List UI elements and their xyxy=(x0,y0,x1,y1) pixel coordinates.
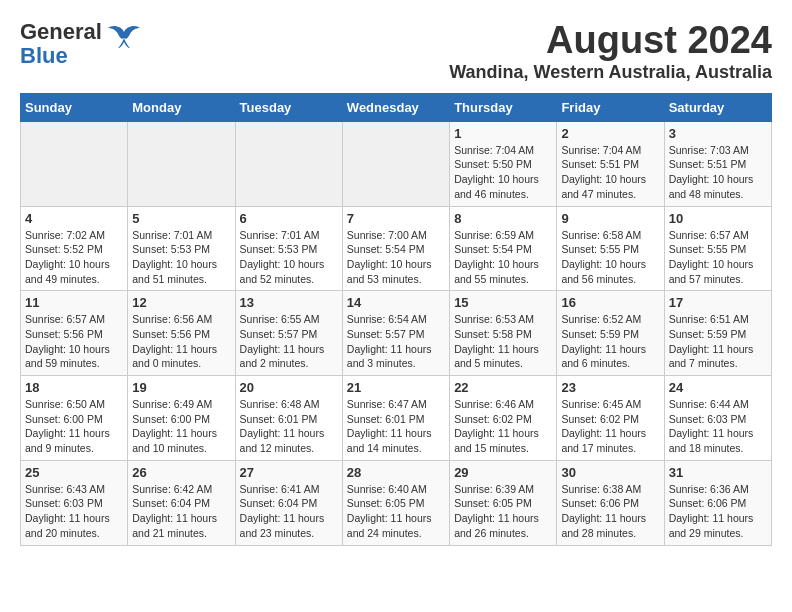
calendar-cell: 26Sunrise: 6:42 AM Sunset: 6:04 PM Dayli… xyxy=(128,460,235,545)
day-number: 28 xyxy=(347,465,445,480)
calendar-title: August 2024 xyxy=(449,20,772,62)
header-day-monday: Monday xyxy=(128,93,235,121)
logo: General Blue xyxy=(20,20,142,68)
calendar-cell: 7Sunrise: 7:00 AM Sunset: 5:54 PM Daylig… xyxy=(342,206,449,291)
day-detail: Sunrise: 7:01 AM Sunset: 5:53 PM Dayligh… xyxy=(132,228,230,287)
day-number: 17 xyxy=(669,295,767,310)
day-detail: Sunrise: 6:45 AM Sunset: 6:02 PM Dayligh… xyxy=(561,397,659,456)
day-detail: Sunrise: 6:53 AM Sunset: 5:58 PM Dayligh… xyxy=(454,312,552,371)
header-day-wednesday: Wednesday xyxy=(342,93,449,121)
header-day-saturday: Saturday xyxy=(664,93,771,121)
calendar-week-2: 4Sunrise: 7:02 AM Sunset: 5:52 PM Daylig… xyxy=(21,206,772,291)
day-number: 14 xyxy=(347,295,445,310)
calendar-cell: 9Sunrise: 6:58 AM Sunset: 5:55 PM Daylig… xyxy=(557,206,664,291)
calendar-cell: 13Sunrise: 6:55 AM Sunset: 5:57 PM Dayli… xyxy=(235,291,342,376)
day-detail: Sunrise: 6:36 AM Sunset: 6:06 PM Dayligh… xyxy=(669,482,767,541)
day-detail: Sunrise: 6:50 AM Sunset: 6:00 PM Dayligh… xyxy=(25,397,123,456)
calendar-header: SundayMondayTuesdayWednesdayThursdayFrid… xyxy=(21,93,772,121)
day-detail: Sunrise: 7:04 AM Sunset: 5:50 PM Dayligh… xyxy=(454,143,552,202)
day-detail: Sunrise: 6:55 AM Sunset: 5:57 PM Dayligh… xyxy=(240,312,338,371)
calendar-cell: 10Sunrise: 6:57 AM Sunset: 5:55 PM Dayli… xyxy=(664,206,771,291)
calendar-cell: 21Sunrise: 6:47 AM Sunset: 6:01 PM Dayli… xyxy=(342,376,449,461)
day-number: 23 xyxy=(561,380,659,395)
day-number: 25 xyxy=(25,465,123,480)
calendar-cell xyxy=(235,121,342,206)
calendar-week-4: 18Sunrise: 6:50 AM Sunset: 6:00 PM Dayli… xyxy=(21,376,772,461)
day-number: 20 xyxy=(240,380,338,395)
day-number: 4 xyxy=(25,211,123,226)
day-detail: Sunrise: 6:43 AM Sunset: 6:03 PM Dayligh… xyxy=(25,482,123,541)
header-day-thursday: Thursday xyxy=(450,93,557,121)
header-day-tuesday: Tuesday xyxy=(235,93,342,121)
day-number: 19 xyxy=(132,380,230,395)
calendar-cell: 17Sunrise: 6:51 AM Sunset: 5:59 PM Dayli… xyxy=(664,291,771,376)
calendar-cell: 6Sunrise: 7:01 AM Sunset: 5:53 PM Daylig… xyxy=(235,206,342,291)
day-detail: Sunrise: 6:46 AM Sunset: 6:02 PM Dayligh… xyxy=(454,397,552,456)
calendar-cell: 12Sunrise: 6:56 AM Sunset: 5:56 PM Dayli… xyxy=(128,291,235,376)
page-header: General Blue August 2024 Wandina, Wester… xyxy=(20,20,772,83)
day-number: 12 xyxy=(132,295,230,310)
day-number: 2 xyxy=(561,126,659,141)
calendar-cell: 25Sunrise: 6:43 AM Sunset: 6:03 PM Dayli… xyxy=(21,460,128,545)
day-detail: Sunrise: 6:57 AM Sunset: 5:55 PM Dayligh… xyxy=(669,228,767,287)
day-number: 8 xyxy=(454,211,552,226)
day-number: 15 xyxy=(454,295,552,310)
day-detail: Sunrise: 6:56 AM Sunset: 5:56 PM Dayligh… xyxy=(132,312,230,371)
calendar-cell: 5Sunrise: 7:01 AM Sunset: 5:53 PM Daylig… xyxy=(128,206,235,291)
day-number: 7 xyxy=(347,211,445,226)
day-detail: Sunrise: 6:41 AM Sunset: 6:04 PM Dayligh… xyxy=(240,482,338,541)
day-number: 13 xyxy=(240,295,338,310)
day-detail: Sunrise: 6:39 AM Sunset: 6:05 PM Dayligh… xyxy=(454,482,552,541)
calendar-cell: 4Sunrise: 7:02 AM Sunset: 5:52 PM Daylig… xyxy=(21,206,128,291)
title-block: August 2024 Wandina, Western Australia, … xyxy=(449,20,772,83)
day-number: 18 xyxy=(25,380,123,395)
day-number: 21 xyxy=(347,380,445,395)
header-day-sunday: Sunday xyxy=(21,93,128,121)
calendar-cell: 27Sunrise: 6:41 AM Sunset: 6:04 PM Dayli… xyxy=(235,460,342,545)
day-detail: Sunrise: 6:48 AM Sunset: 6:01 PM Dayligh… xyxy=(240,397,338,456)
day-number: 6 xyxy=(240,211,338,226)
calendar-cell: 20Sunrise: 6:48 AM Sunset: 6:01 PM Dayli… xyxy=(235,376,342,461)
day-detail: Sunrise: 7:04 AM Sunset: 5:51 PM Dayligh… xyxy=(561,143,659,202)
calendar-cell: 8Sunrise: 6:59 AM Sunset: 5:54 PM Daylig… xyxy=(450,206,557,291)
calendar-table: SundayMondayTuesdayWednesdayThursdayFrid… xyxy=(20,93,772,546)
day-detail: Sunrise: 7:02 AM Sunset: 5:52 PM Dayligh… xyxy=(25,228,123,287)
day-detail: Sunrise: 6:40 AM Sunset: 6:05 PM Dayligh… xyxy=(347,482,445,541)
day-detail: Sunrise: 6:38 AM Sunset: 6:06 PM Dayligh… xyxy=(561,482,659,541)
calendar-cell: 19Sunrise: 6:49 AM Sunset: 6:00 PM Dayli… xyxy=(128,376,235,461)
calendar-cell: 3Sunrise: 7:03 AM Sunset: 5:51 PM Daylig… xyxy=(664,121,771,206)
day-detail: Sunrise: 6:54 AM Sunset: 5:57 PM Dayligh… xyxy=(347,312,445,371)
day-detail: Sunrise: 6:47 AM Sunset: 6:01 PM Dayligh… xyxy=(347,397,445,456)
day-number: 29 xyxy=(454,465,552,480)
day-detail: Sunrise: 6:44 AM Sunset: 6:03 PM Dayligh… xyxy=(669,397,767,456)
day-number: 11 xyxy=(25,295,123,310)
day-number: 27 xyxy=(240,465,338,480)
logo-bird-icon xyxy=(106,24,142,54)
day-detail: Sunrise: 6:51 AM Sunset: 5:59 PM Dayligh… xyxy=(669,312,767,371)
calendar-cell: 24Sunrise: 6:44 AM Sunset: 6:03 PM Dayli… xyxy=(664,376,771,461)
calendar-cell: 2Sunrise: 7:04 AM Sunset: 5:51 PM Daylig… xyxy=(557,121,664,206)
calendar-cell: 29Sunrise: 6:39 AM Sunset: 6:05 PM Dayli… xyxy=(450,460,557,545)
day-number: 22 xyxy=(454,380,552,395)
calendar-cell: 11Sunrise: 6:57 AM Sunset: 5:56 PM Dayli… xyxy=(21,291,128,376)
day-number: 26 xyxy=(132,465,230,480)
calendar-cell: 14Sunrise: 6:54 AM Sunset: 5:57 PM Dayli… xyxy=(342,291,449,376)
calendar-cell xyxy=(342,121,449,206)
day-number: 31 xyxy=(669,465,767,480)
logo-text: General Blue xyxy=(20,20,102,68)
calendar-cell: 18Sunrise: 6:50 AM Sunset: 6:00 PM Dayli… xyxy=(21,376,128,461)
calendar-body: 1Sunrise: 7:04 AM Sunset: 5:50 PM Daylig… xyxy=(21,121,772,545)
calendar-cell: 28Sunrise: 6:40 AM Sunset: 6:05 PM Dayli… xyxy=(342,460,449,545)
calendar-subtitle: Wandina, Western Australia, Australia xyxy=(449,62,772,83)
day-detail: Sunrise: 7:03 AM Sunset: 5:51 PM Dayligh… xyxy=(669,143,767,202)
day-detail: Sunrise: 7:00 AM Sunset: 5:54 PM Dayligh… xyxy=(347,228,445,287)
calendar-week-5: 25Sunrise: 6:43 AM Sunset: 6:03 PM Dayli… xyxy=(21,460,772,545)
calendar-cell: 15Sunrise: 6:53 AM Sunset: 5:58 PM Dayli… xyxy=(450,291,557,376)
calendar-week-1: 1Sunrise: 7:04 AM Sunset: 5:50 PM Daylig… xyxy=(21,121,772,206)
day-detail: Sunrise: 6:58 AM Sunset: 5:55 PM Dayligh… xyxy=(561,228,659,287)
header-day-friday: Friday xyxy=(557,93,664,121)
header-row: SundayMondayTuesdayWednesdayThursdayFrid… xyxy=(21,93,772,121)
day-detail: Sunrise: 6:59 AM Sunset: 5:54 PM Dayligh… xyxy=(454,228,552,287)
day-detail: Sunrise: 6:49 AM Sunset: 6:00 PM Dayligh… xyxy=(132,397,230,456)
calendar-cell: 1Sunrise: 7:04 AM Sunset: 5:50 PM Daylig… xyxy=(450,121,557,206)
